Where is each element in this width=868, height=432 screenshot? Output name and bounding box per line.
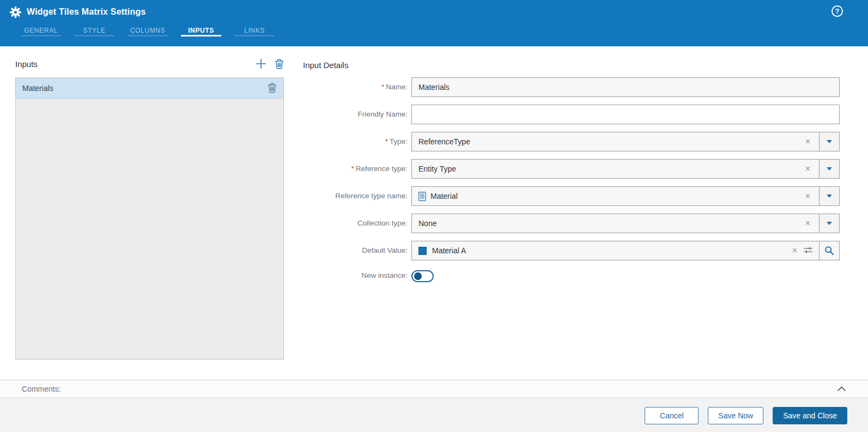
reference-type-label: *Reference type:	[303, 159, 411, 173]
required-marker: *	[385, 137, 388, 145]
field-row-name: *Name:	[303, 77, 840, 97]
new-instance-label: New instance:	[303, 268, 411, 279]
field-row-reference-type: *Reference type: Entity Type ×	[303, 159, 840, 179]
friendly-name-input[interactable]	[411, 105, 840, 124]
field-row-friendly-name: Friendly Name:	[303, 105, 840, 124]
required-marker: *	[351, 165, 354, 173]
dialog-title-bar: Widget Tiles Matrix Settings	[0, 0, 868, 24]
tab-inputs[interactable]: INPUTS	[181, 24, 221, 40]
chevron-down-icon	[827, 194, 832, 198]
collection-type-combobox[interactable]: None ×	[411, 214, 840, 233]
list-item-materials[interactable]: Materials	[16, 78, 283, 99]
tab-links[interactable]: LINKS	[234, 24, 275, 40]
clear-icon[interactable]: ×	[802, 218, 814, 229]
trash-icon	[275, 59, 284, 69]
collection-type-dropdown-button[interactable]	[819, 214, 839, 233]
collection-type-value: None	[418, 219, 802, 228]
tab-style[interactable]: STYLE	[74, 24, 114, 40]
cancel-button[interactable]: Cancel	[645, 407, 699, 424]
type-value: ReferenceType	[418, 137, 802, 146]
trash-icon	[268, 83, 277, 93]
save-and-close-button[interactable]: Save and Close	[773, 407, 847, 424]
chevron-down-icon	[827, 222, 832, 225]
reference-type-dropdown-button[interactable]	[819, 160, 839, 178]
inputs-panel-header: Inputs	[15, 58, 284, 70]
comments-expander[interactable]: Comments:	[0, 380, 868, 398]
input-details-form: *Name: Friendly Name: *Type: ReferenceTy…	[303, 77, 840, 295]
document-icon	[418, 192, 426, 201]
toggle-knob	[414, 272, 422, 280]
default-value-search-button[interactable]	[819, 241, 839, 260]
type-dropdown-button[interactable]	[819, 132, 839, 151]
chevron-up-icon[interactable]	[837, 386, 846, 392]
inputs-panel-title: Inputs	[15, 59, 38, 69]
reference-type-combobox[interactable]: Entity Type ×	[411, 159, 840, 179]
gear-icon	[10, 7, 21, 18]
default-value-picker[interactable]: Material A ×	[411, 241, 840, 260]
field-row-type: *Type: ReferenceType ×	[303, 132, 840, 151]
clear-icon[interactable]: ×	[789, 245, 800, 256]
clear-icon[interactable]: ×	[802, 163, 814, 174]
material-swatch-icon	[418, 247, 427, 255]
type-combobox[interactable]: ReferenceType ×	[411, 132, 840, 151]
field-row-reference-type-name: Reference type name: Material ×	[303, 186, 840, 206]
tune-icon[interactable]	[803, 246, 814, 255]
delete-row-button[interactable]	[268, 83, 277, 93]
field-row-collection-type: Collection type: None ×	[303, 214, 840, 233]
default-value-value: Material A	[432, 246, 789, 255]
reference-type-name-value: Material	[430, 192, 802, 200]
dialog-header: Widget Tiles Matrix Settings ? GENERAL S…	[0, 0, 868, 46]
name-label: *Name:	[303, 77, 411, 91]
chevron-down-icon	[827, 167, 832, 171]
plus-icon	[255, 58, 267, 70]
clear-icon[interactable]: ×	[802, 136, 814, 147]
reference-type-value: Entity Type	[418, 165, 802, 173]
clear-icon[interactable]: ×	[802, 191, 814, 202]
field-row-new-instance: New instance:	[303, 268, 840, 288]
details-panel-title: Input Details	[303, 60, 348, 70]
delete-inputs-button[interactable]	[275, 59, 284, 69]
collection-type-label: Collection type:	[303, 214, 411, 227]
field-row-default-value: Default Value: Material A ×	[303, 241, 840, 260]
chevron-down-icon	[827, 140, 832, 143]
list-item-label: Materials	[22, 84, 268, 93]
search-icon	[824, 246, 834, 255]
inputs-list: Materials	[15, 77, 284, 360]
dialog-footer: Cancel Save Now Save and Close	[0, 399, 868, 432]
tab-strip: GENERAL STYLE COLUMNS INPUTS LINKS	[0, 24, 868, 40]
friendly-name-label: Friendly Name:	[303, 105, 411, 118]
tab-columns[interactable]: COLUMNS	[128, 24, 168, 40]
default-value-label: Default Value:	[303, 241, 411, 254]
new-instance-toggle[interactable]	[411, 270, 434, 282]
reference-type-name-label: Reference type name:	[303, 186, 411, 200]
comments-label: Comments:	[22, 385, 837, 393]
tab-general[interactable]: GENERAL	[21, 24, 61, 40]
add-input-button[interactable]	[255, 58, 275, 70]
reference-type-name-dropdown-button[interactable]	[819, 187, 839, 205]
required-marker: *	[381, 83, 384, 91]
dialog-title: Widget Tiles Matrix Settings	[27, 7, 146, 17]
type-label: *Type:	[303, 132, 411, 145]
help-icon[interactable]: ?	[831, 5, 843, 17]
reference-type-name-combobox[interactable]: Material ×	[411, 186, 840, 206]
name-input[interactable]	[411, 77, 840, 97]
save-now-button[interactable]: Save Now	[708, 407, 763, 424]
